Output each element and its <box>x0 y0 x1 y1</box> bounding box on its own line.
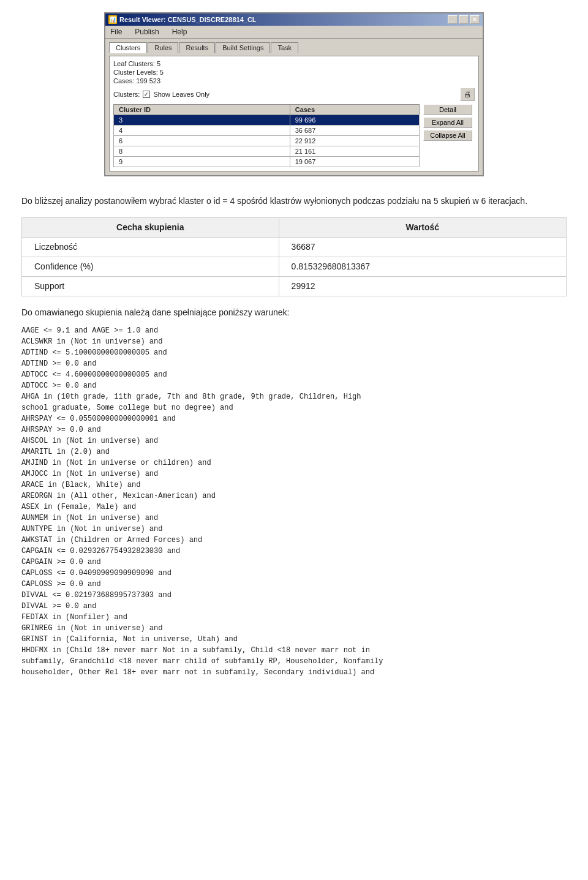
main-body: Do bliższej analizy postanowiłem wybrać … <box>18 189 570 684</box>
col-cases: Cases <box>290 105 419 115</box>
titlebar-left: 📊 Result Viewer: CENSUS_DISCRE28814_CL <box>108 15 257 24</box>
condition-code-block: AAGE <= 9.1 and AAGE >= 1.0 and ACLSWKR … <box>21 325 567 678</box>
skupienia-row: Support29912 <box>22 277 567 296</box>
skupienia-value: 36687 <box>279 238 566 257</box>
tab-task[interactable]: Task <box>271 42 298 53</box>
cluster-id-cell: 9 <box>114 157 290 167</box>
cases-cell: 22 912 <box>290 136 419 146</box>
cluster-id-cell: 3 <box>114 115 290 126</box>
menu-file[interactable]: File <box>108 27 124 37</box>
minimize-button[interactable]: _ <box>448 15 458 24</box>
skupienia-label: Liczebność <box>22 238 279 257</box>
tab-build-settings[interactable]: Build Settings <box>216 42 270 53</box>
table-row[interactable]: 622 912 <box>114 136 420 146</box>
cluster-id-cell: 6 <box>114 136 290 146</box>
print-button[interactable]: 🖨 <box>460 88 475 101</box>
intro-paragraph: Do bliższej analizy postanowiłem wybrać … <box>21 195 567 208</box>
tab-results[interactable]: Results <box>179 42 215 53</box>
table-row[interactable]: 399 696 <box>114 115 420 126</box>
cluster-id-cell: 4 <box>114 126 290 136</box>
tab-clusters[interactable]: Clusters <box>109 42 147 53</box>
menu-bar: File Publish Help <box>105 26 483 39</box>
window-title: Result Viewer: CENSUS_DISCRE28814_CL <box>119 16 257 23</box>
show-leaves-checkbox[interactable]: ✓ <box>143 91 150 98</box>
cluster-levels-row: Cluster Levels: 5 <box>113 69 475 76</box>
table-row[interactable]: 919 067 <box>114 157 420 167</box>
skupienia-header-left: Cecha skupienia <box>22 218 279 238</box>
skupienia-header-right: Wartość <box>279 218 566 238</box>
menu-help[interactable]: Help <box>170 27 189 37</box>
skupienia-table: Cecha skupienia Wartość Liczebność36687C… <box>21 217 567 296</box>
leaf-clusters-value: 5 <box>157 60 160 67</box>
expand-all-button[interactable]: Expand All <box>423 117 472 128</box>
detail-button[interactable]: Detail <box>423 104 472 115</box>
collapse-all-button[interactable]: Collapse All <box>423 130 472 141</box>
tabs-row: Clusters Rules Results Build Settings Ta… <box>109 42 479 53</box>
show-leaves-label: Show Leaves Only <box>153 91 209 98</box>
cases-cell: 99 696 <box>290 115 419 126</box>
window-icon: 📊 <box>108 15 117 24</box>
table-row[interactable]: 821 161 <box>114 146 420 157</box>
cluster-data-table: Cluster ID Cases 399 696436 687622 91282… <box>113 104 420 167</box>
tab-rules[interactable]: Rules <box>148 42 178 53</box>
skupienia-label: Confidence (%) <box>22 257 279 277</box>
window-content: Clusters Rules Results Build Settings Ta… <box>105 39 483 175</box>
clusters-label-text: Clusters: <box>113 91 140 98</box>
leaf-clusters-label: Leaf Clusters: <box>113 60 155 67</box>
cluster-levels-value: 5 <box>160 69 164 76</box>
skupienia-row: Confidence (%)0.815329680813367 <box>22 257 567 277</box>
titlebar-controls[interactable]: _ □ ✕ <box>448 15 480 24</box>
cases-value: 199 523 <box>136 77 160 85</box>
clusters-filter-row: Clusters: ✓ Show Leaves Only 🖨 <box>113 88 475 101</box>
menu-publish[interactable]: Publish <box>133 27 160 37</box>
result-viewer-window: 📊 Result Viewer: CENSUS_DISCRE28814_CL _… <box>104 12 484 176</box>
tab-panel-clusters: Leaf Clusters: 5 Cluster Levels: 5 Cases… <box>109 56 479 171</box>
condition-intro: Do omawianego skupienia należą dane speł… <box>21 306 567 319</box>
skupienia-label: Support <box>22 277 279 296</box>
cluster-table-section: Cluster ID Cases 399 696436 687622 91282… <box>113 104 475 167</box>
cluster-id-cell: 8 <box>114 146 290 157</box>
window-titlebar: 📊 Result Viewer: CENSUS_DISCRE28814_CL _… <box>105 13 483 26</box>
cases-cell: 19 067 <box>290 157 419 167</box>
skupienia-value: 29912 <box>279 277 566 296</box>
side-buttons-panel: Detail Expand All Collapse All <box>423 104 473 141</box>
table-row[interactable]: 436 687 <box>114 126 420 136</box>
cases-row: Cases: 199 523 <box>113 77 475 85</box>
leaf-clusters-row: Leaf Clusters: 5 <box>113 60 475 67</box>
skupienia-row: Liczebność36687 <box>22 238 567 257</box>
col-cluster-id: Cluster ID <box>114 105 290 115</box>
maximize-button[interactable]: □ <box>459 15 469 24</box>
close-button[interactable]: ✕ <box>470 15 480 24</box>
cluster-levels-label: Cluster Levels: <box>113 69 158 76</box>
cases-label: Cases: <box>113 77 134 85</box>
cases-cell: 21 161 <box>290 146 419 157</box>
skupienia-value: 0.815329680813367 <box>279 257 566 277</box>
cases-cell: 36 687 <box>290 126 419 136</box>
